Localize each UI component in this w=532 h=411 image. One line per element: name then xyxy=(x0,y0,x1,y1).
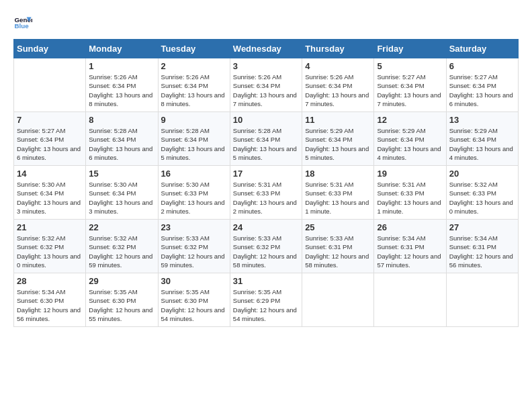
day-info: Sunrise: 5:34 AM Sunset: 6:30 PM Dayligh… xyxy=(17,287,83,323)
day-info: Sunrise: 5:28 AM Sunset: 6:34 PM Dayligh… xyxy=(233,126,299,162)
day-info: Sunrise: 5:26 AM Sunset: 6:34 PM Dayligh… xyxy=(161,73,227,108)
week-row-2: 7Sunrise: 5:27 AM Sunset: 6:34 PM Daylig… xyxy=(14,112,519,166)
day-number: 16 xyxy=(161,169,227,179)
day-number: 11 xyxy=(305,115,371,125)
day-number: 15 xyxy=(89,169,154,179)
day-header-sunday: Sunday xyxy=(14,40,86,58)
day-number: 31 xyxy=(233,276,299,286)
day-number: 6 xyxy=(449,61,515,71)
day-info: Sunrise: 5:33 AM Sunset: 6:32 PM Dayligh… xyxy=(233,234,299,269)
day-info: Sunrise: 5:27 AM Sunset: 6:34 PM Dayligh… xyxy=(377,73,443,108)
day-number: 2 xyxy=(161,61,227,71)
day-info: Sunrise: 5:31 AM Sunset: 6:33 PM Dayligh… xyxy=(305,180,371,216)
calendar-table: SundayMondayTuesdayWednesdayThursdayFrid… xyxy=(13,39,519,327)
day-number: 22 xyxy=(89,222,154,232)
calendar-cell: 31Sunrise: 5:35 AM Sunset: 6:29 PM Dayli… xyxy=(230,273,302,327)
day-number: 17 xyxy=(233,169,299,179)
day-header-row: SundayMondayTuesdayWednesdayThursdayFrid… xyxy=(14,40,519,58)
day-number: 14 xyxy=(17,169,83,179)
day-number: 24 xyxy=(233,222,299,232)
calendar-cell: 24Sunrise: 5:33 AM Sunset: 6:32 PM Dayli… xyxy=(230,220,302,273)
day-number: 27 xyxy=(449,222,515,232)
calendar-cell: 11Sunrise: 5:29 AM Sunset: 6:34 PM Dayli… xyxy=(302,112,374,166)
calendar-cell: 14Sunrise: 5:30 AM Sunset: 6:34 PM Dayli… xyxy=(14,166,86,220)
day-header-friday: Friday xyxy=(374,40,446,58)
day-info: Sunrise: 5:30 AM Sunset: 6:34 PM Dayligh… xyxy=(89,180,154,216)
calendar-cell: 29Sunrise: 5:35 AM Sunset: 6:30 PM Dayli… xyxy=(86,273,158,327)
svg-text:Blue: Blue xyxy=(14,22,29,30)
day-header-tuesday: Tuesday xyxy=(158,40,230,58)
day-info: Sunrise: 5:35 AM Sunset: 6:30 PM Dayligh… xyxy=(161,287,227,323)
day-info: Sunrise: 5:30 AM Sunset: 6:33 PM Dayligh… xyxy=(161,180,227,216)
calendar-cell: 3Sunrise: 5:26 AM Sunset: 6:34 PM Daylig… xyxy=(230,58,302,112)
calendar-cell xyxy=(446,273,518,327)
day-number: 28 xyxy=(17,276,83,286)
day-header-saturday: Saturday xyxy=(446,40,518,58)
day-info: Sunrise: 5:31 AM Sunset: 6:33 PM Dayligh… xyxy=(233,180,299,216)
day-info: Sunrise: 5:32 AM Sunset: 6:32 PM Dayligh… xyxy=(17,234,83,269)
calendar-cell: 23Sunrise: 5:33 AM Sunset: 6:32 PM Dayli… xyxy=(158,220,230,273)
day-info: Sunrise: 5:29 AM Sunset: 6:34 PM Dayligh… xyxy=(377,126,443,162)
day-number: 9 xyxy=(161,115,227,125)
day-info: Sunrise: 5:27 AM Sunset: 6:34 PM Dayligh… xyxy=(17,126,83,162)
day-info: Sunrise: 5:32 AM Sunset: 6:33 PM Dayligh… xyxy=(449,180,515,216)
day-info: Sunrise: 5:29 AM Sunset: 6:34 PM Dayligh… xyxy=(449,126,515,162)
day-info: Sunrise: 5:32 AM Sunset: 6:32 PM Dayligh… xyxy=(89,234,154,269)
day-info: Sunrise: 5:28 AM Sunset: 6:34 PM Dayligh… xyxy=(161,126,227,162)
calendar-body: 1Sunrise: 5:26 AM Sunset: 6:34 PM Daylig… xyxy=(14,58,519,327)
day-info: Sunrise: 5:29 AM Sunset: 6:34 PM Dayligh… xyxy=(305,126,371,162)
day-number: 18 xyxy=(305,169,371,179)
week-row-1: 1Sunrise: 5:26 AM Sunset: 6:34 PM Daylig… xyxy=(14,58,519,112)
calendar-cell: 9Sunrise: 5:28 AM Sunset: 6:34 PM Daylig… xyxy=(158,112,230,166)
calendar-cell: 6Sunrise: 5:27 AM Sunset: 6:34 PM Daylig… xyxy=(446,58,518,112)
day-number: 30 xyxy=(161,276,227,286)
day-info: Sunrise: 5:34 AM Sunset: 6:31 PM Dayligh… xyxy=(449,234,515,269)
week-row-5: 28Sunrise: 5:34 AM Sunset: 6:30 PM Dayli… xyxy=(14,273,519,327)
calendar-cell: 27Sunrise: 5:34 AM Sunset: 6:31 PM Dayli… xyxy=(446,220,518,273)
logo-icon: General Blue xyxy=(13,13,32,32)
day-info: Sunrise: 5:26 AM Sunset: 6:34 PM Dayligh… xyxy=(89,73,154,108)
calendar-cell xyxy=(14,58,86,112)
day-info: Sunrise: 5:35 AM Sunset: 6:30 PM Dayligh… xyxy=(89,287,154,323)
day-number: 19 xyxy=(377,169,443,179)
calendar-cell xyxy=(302,273,374,327)
calendar-cell: 26Sunrise: 5:34 AM Sunset: 6:31 PM Dayli… xyxy=(374,220,446,273)
day-number: 13 xyxy=(449,115,515,125)
day-number: 29 xyxy=(89,276,154,286)
day-info: Sunrise: 5:26 AM Sunset: 6:34 PM Dayligh… xyxy=(233,73,299,108)
calendar-cell xyxy=(374,273,446,327)
day-info: Sunrise: 5:26 AM Sunset: 6:34 PM Dayligh… xyxy=(305,73,371,108)
calendar-cell: 17Sunrise: 5:31 AM Sunset: 6:33 PM Dayli… xyxy=(230,166,302,220)
calendar-cell: 13Sunrise: 5:29 AM Sunset: 6:34 PM Dayli… xyxy=(446,112,518,166)
day-number: 1 xyxy=(89,61,154,71)
calendar-cell: 19Sunrise: 5:31 AM Sunset: 6:33 PM Dayli… xyxy=(374,166,446,220)
day-info: Sunrise: 5:35 AM Sunset: 6:29 PM Dayligh… xyxy=(233,287,299,323)
calendar-cell: 22Sunrise: 5:32 AM Sunset: 6:32 PM Dayli… xyxy=(86,220,158,273)
day-info: Sunrise: 5:33 AM Sunset: 6:32 PM Dayligh… xyxy=(161,234,227,269)
calendar-cell: 8Sunrise: 5:28 AM Sunset: 6:34 PM Daylig… xyxy=(86,112,158,166)
day-number: 21 xyxy=(17,222,83,232)
day-header-monday: Monday xyxy=(86,40,158,58)
day-header-thursday: Thursday xyxy=(302,40,374,58)
header: General Blue xyxy=(13,13,519,32)
day-info: Sunrise: 5:33 AM Sunset: 6:31 PM Dayligh… xyxy=(305,234,371,269)
calendar-cell: 21Sunrise: 5:32 AM Sunset: 6:32 PM Dayli… xyxy=(14,220,86,273)
calendar-cell: 2Sunrise: 5:26 AM Sunset: 6:34 PM Daylig… xyxy=(158,58,230,112)
day-header-wednesday: Wednesday xyxy=(230,40,302,58)
calendar-cell: 25Sunrise: 5:33 AM Sunset: 6:31 PM Dayli… xyxy=(302,220,374,273)
day-number: 4 xyxy=(305,61,371,71)
calendar-cell: 20Sunrise: 5:32 AM Sunset: 6:33 PM Dayli… xyxy=(446,166,518,220)
calendar-cell: 10Sunrise: 5:28 AM Sunset: 6:34 PM Dayli… xyxy=(230,112,302,166)
day-info: Sunrise: 5:34 AM Sunset: 6:31 PM Dayligh… xyxy=(377,234,443,269)
day-number: 10 xyxy=(233,115,299,125)
day-number: 23 xyxy=(161,222,227,232)
day-number: 3 xyxy=(233,61,299,71)
calendar-cell: 4Sunrise: 5:26 AM Sunset: 6:34 PM Daylig… xyxy=(302,58,374,112)
calendar-cell: 30Sunrise: 5:35 AM Sunset: 6:30 PM Dayli… xyxy=(158,273,230,327)
day-number: 8 xyxy=(89,115,154,125)
calendar-cell: 15Sunrise: 5:30 AM Sunset: 6:34 PM Dayli… xyxy=(86,166,158,220)
week-row-3: 14Sunrise: 5:30 AM Sunset: 6:34 PM Dayli… xyxy=(14,166,519,220)
calendar-header: SundayMondayTuesdayWednesdayThursdayFrid… xyxy=(14,40,519,58)
week-row-4: 21Sunrise: 5:32 AM Sunset: 6:32 PM Dayli… xyxy=(14,220,519,273)
day-info: Sunrise: 5:30 AM Sunset: 6:34 PM Dayligh… xyxy=(17,180,83,216)
